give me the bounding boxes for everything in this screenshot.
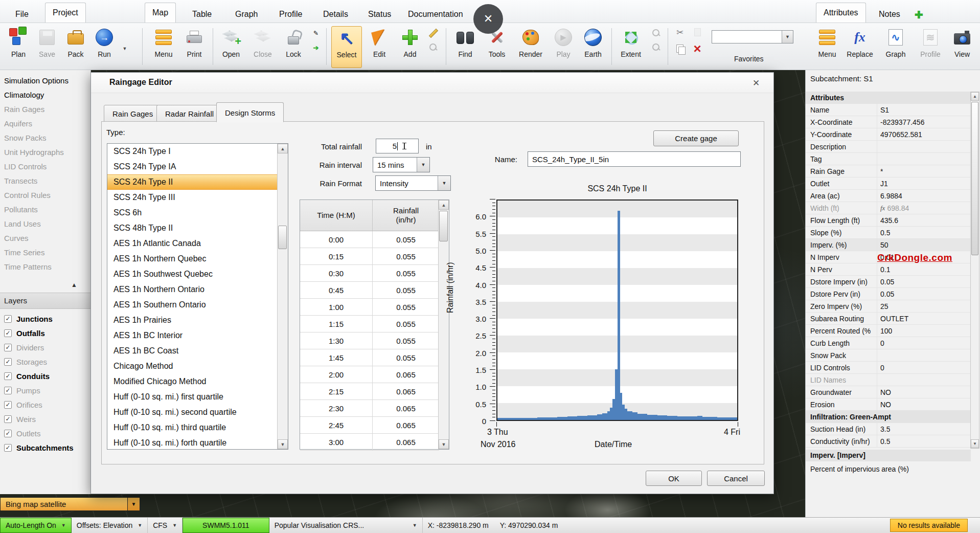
attribute-row-area-ac[interactable]: Area (ac)6.9884 xyxy=(806,190,971,202)
dialog-close-icon[interactable]: ✕ xyxy=(750,78,762,88)
type-option-chicago-method[interactable]: Chicago Method xyxy=(107,359,278,374)
tab-design-storms[interactable]: Design Storms xyxy=(216,102,284,122)
attribute-row-flow-length-ft[interactable]: Flow Length (ft)435.6 xyxy=(806,214,971,227)
attribute-row-dstore-imperv-in[interactable]: Dstore Imperv (in)0.05 xyxy=(806,276,971,288)
engine-version-indicator[interactable]: SWMM5.1.011 xyxy=(183,518,269,533)
type-option-modified-chicago-method[interactable]: Modified Chicago Method xyxy=(107,374,278,389)
rainfall-table[interactable]: Time (H:M) Rainfall(in/hr) 0:000.0550:15… xyxy=(300,199,449,450)
play-button[interactable]: ▶ Play xyxy=(548,26,579,68)
attribute-row-zero-imperv[interactable]: Zero Imperv (%)25 xyxy=(806,300,971,313)
tree-item-time-series[interactable]: Time Series xyxy=(0,246,90,260)
ok-button[interactable]: OK xyxy=(646,471,702,486)
table-row[interactable]: 0:000.055 xyxy=(300,231,439,248)
menu-tab-details[interactable]: Details xyxy=(316,7,355,23)
total-rainfall-input[interactable]: 5 xyxy=(376,139,419,153)
cut-icon[interactable]: ✂ xyxy=(674,27,686,37)
type-option-aes-1h-southern-ontario[interactable]: AES 1h Southern Ontario xyxy=(107,297,278,313)
attribute-value[interactable]: S1 xyxy=(877,106,889,114)
table-row[interactable]: 0:300.055 xyxy=(300,265,439,282)
attribute-value[interactable]: NO xyxy=(877,388,891,396)
menu-tab-file[interactable]: File xyxy=(8,7,36,23)
checkbox-outfalls[interactable]: ✓ xyxy=(4,329,12,337)
cancel-button[interactable]: Cancel xyxy=(707,471,765,486)
render-button[interactable]: Render xyxy=(515,26,546,68)
type-option-huff-0-10-sq-mi-first-quartile[interactable]: Huff (0-10 sq. mi.) first quartile xyxy=(107,389,278,405)
close-layer-button[interactable]: Close xyxy=(247,26,278,68)
menu-tab-status[interactable]: Status xyxy=(361,7,398,23)
attribute-value[interactable]: 25 xyxy=(877,302,888,310)
storm-type-listbox[interactable]: SCS 24h Type ISCS 24h Type IASCS 24h Typ… xyxy=(107,143,288,450)
tab-radar-rainfall[interactable]: Radar Rainfall xyxy=(156,105,222,122)
scroll-up-icon[interactable]: ▲ xyxy=(971,92,979,101)
select-tool-button[interactable]: ↖ Select xyxy=(331,26,362,68)
scroll-down-icon[interactable]: ▼ xyxy=(971,439,979,448)
checkbox-outlets[interactable]: ✓ xyxy=(4,430,12,437)
tree-item-snow-packs[interactable]: Snow Packs xyxy=(0,131,90,145)
attribute-value[interactable]: * xyxy=(877,167,883,175)
attribute-value[interactable]: OUTLET xyxy=(877,315,908,323)
checkbox-weirs[interactable]: ✓ xyxy=(4,415,12,423)
layer-row-outfalls[interactable]: ✓Outfalls xyxy=(0,326,90,340)
tree-item-aquifers[interactable]: Aquifers xyxy=(0,117,90,131)
attribute-value[interactable]: 0 xyxy=(877,364,884,372)
menu-tab-graph[interactable]: Graph xyxy=(228,7,265,23)
checkbox-dividers[interactable]: ✓ xyxy=(4,344,12,351)
tree-item-curves[interactable]: Curves xyxy=(0,231,90,246)
run-button[interactable]: → Run xyxy=(89,26,120,68)
attribute-value[interactable]: 435.6 xyxy=(877,216,898,225)
table-row[interactable]: 2:000.065 xyxy=(300,366,439,383)
tree-item-pollutants[interactable]: Pollutants xyxy=(0,203,90,217)
layer-row-outlets[interactable]: ✓Outlets xyxy=(0,426,90,440)
type-option-aes-1h-atlantic-canada[interactable]: AES 1h Atlantic Canada xyxy=(107,236,278,251)
checkbox-storages[interactable]: ✓ xyxy=(4,358,12,366)
scrollbar-thumb[interactable] xyxy=(278,226,287,249)
layer-row-pumps[interactable]: ✓Pumps xyxy=(0,383,90,397)
tree-item-transects[interactable]: Transects xyxy=(0,174,90,188)
attr-graph-button[interactable]: ∿ Graph xyxy=(880,26,911,68)
measure-ruler-icon[interactable] xyxy=(427,28,440,38)
run-dropdown-arrow[interactable]: ▼ xyxy=(119,43,131,54)
attribute-row-lid-controls[interactable]: LID Controls0 xyxy=(806,362,971,374)
offsets-selector[interactable]: Offsets: Elevation▼ xyxy=(72,518,148,533)
attribute-value[interactable]: 0 xyxy=(877,339,884,347)
attr-menu-button[interactable]: Menu xyxy=(812,26,842,68)
layer-row-storages[interactable]: ✓Storages xyxy=(0,354,90,369)
favorites-combobox[interactable]: ▼ xyxy=(712,30,793,43)
attribute-row-tag[interactable]: Tag xyxy=(806,153,971,165)
replace-button[interactable]: fx Replace xyxy=(845,26,875,68)
tab-rain-gages[interactable]: Rain Gages xyxy=(104,105,162,122)
menu-tab-profile[interactable]: Profile xyxy=(272,7,309,23)
create-gage-button[interactable]: Create gage xyxy=(653,130,739,146)
scrollbar-thumb[interactable] xyxy=(971,102,978,255)
attribute-row-y-coordinate[interactable]: Y-Coordinate4970652.581 xyxy=(806,128,971,141)
scroll-down-icon[interactable]: ▼ xyxy=(439,439,449,449)
attribute-row-percent-routed[interactable]: Percent Routed (%100 xyxy=(806,325,971,337)
menu-tab-project[interactable]: Project xyxy=(45,3,86,23)
collapse-arrow-icon[interactable]: ▲ xyxy=(71,281,77,288)
rain-format-dropdown[interactable]: Intensity ▼ xyxy=(375,175,451,191)
attribute-row-curb-length[interactable]: Curb Length0 xyxy=(806,337,971,349)
attribute-value[interactable]: 100 xyxy=(877,327,892,335)
attribute-row-rain-gage[interactable]: Rain Gage* xyxy=(806,165,971,177)
print-button[interactable]: Print xyxy=(179,26,210,68)
attribute-value[interactable]: 50 xyxy=(877,241,888,249)
checkbox-junctions[interactable]: ✓ xyxy=(4,315,12,323)
copy-icon[interactable] xyxy=(674,43,686,54)
layer-row-junctions[interactable]: ✓Junctions xyxy=(0,312,90,326)
attribute-value[interactable]: 0.5 xyxy=(877,229,890,237)
table-row[interactable]: 2:450.065 xyxy=(300,417,439,434)
open-layer-button[interactable]: + Open xyxy=(216,26,246,68)
zoom-out-icon[interactable] xyxy=(650,42,663,53)
edit-tool-button[interactable]: Edit xyxy=(364,26,395,68)
attribute-value[interactable]: J1 xyxy=(877,180,888,188)
attribute-row-description[interactable]: Description xyxy=(806,141,971,153)
attribute-row-width-ft[interactable]: Width (ft)fx698.84 xyxy=(806,202,971,214)
gage-name-input[interactable]: SCS_24h_Type_II_5in xyxy=(528,151,741,167)
go-layers-icon[interactable]: ➔ xyxy=(310,42,322,53)
attribute-row-attributes[interactable]: Attributes xyxy=(806,92,971,104)
layer-row-orifices[interactable]: ✓Orifices xyxy=(0,397,90,412)
favorites-dropdown-arrow[interactable]: ▼ xyxy=(782,31,793,43)
table-row[interactable]: 0:150.055 xyxy=(300,248,439,265)
attribute-row-x-coordinate[interactable]: X-Coordinate-8239377.456 xyxy=(806,116,971,128)
attribute-row-dstore-perv-in[interactable]: Dstore Perv (in)0.05 xyxy=(806,288,971,300)
